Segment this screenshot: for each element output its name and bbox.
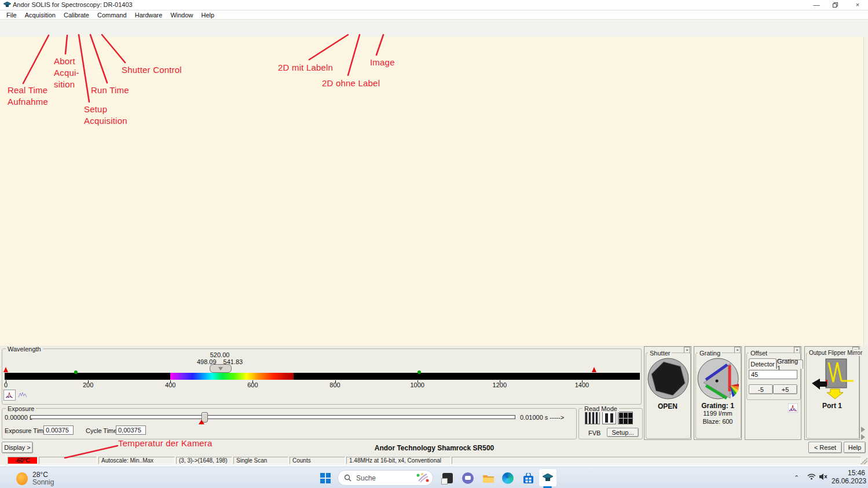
scrollbar[interactable]: [863, 36, 868, 346]
fvb-mode-icon[interactable]: [585, 412, 600, 424]
search-highlight-icon: [415, 472, 429, 484]
menu-file[interactable]: File: [2, 12, 21, 19]
cycle-time-field[interactable]: 0,00375: [116, 425, 146, 435]
spectrum-mode-button[interactable]: [3, 390, 16, 401]
taskbar-app-edge[interactable]: [501, 472, 514, 485]
weather-desc: Sonnig: [32, 478, 54, 486]
chat-icon: [462, 472, 474, 484]
status-temp: -60°C: [8, 457, 38, 464]
exposure-time-field[interactable]: 0.00375: [43, 425, 74, 435]
shutter-iris-icon: [646, 357, 690, 401]
status-scan: Single Scan: [233, 457, 288, 464]
status-blank2: [452, 457, 861, 464]
status-readout: 1.48MHz at 16-bit, x4, Conventional: [346, 457, 451, 464]
resize-grip[interactable]: [860, 457, 867, 464]
wavelength-tick-label: 1000: [410, 381, 424, 388]
tab-detector[interactable]: Detector: [749, 358, 777, 369]
tray-time: 15:46: [848, 469, 865, 477]
wavelength-tick-label: 1200: [493, 381, 507, 388]
taskbar-app-photos[interactable]: [441, 472, 454, 485]
cycle-time-label: Cycle Time: [86, 427, 117, 434]
search-placeholder: Suche: [356, 474, 376, 482]
offset-title: Offset: [749, 350, 769, 357]
menu-calibrate[interactable]: Calibrate: [60, 12, 93, 19]
wavelength-tick-label: 200: [83, 381, 93, 388]
start-button[interactable]: [320, 472, 331, 485]
weather-temp: 28°C: [32, 471, 48, 479]
wavelength-tick-label: 1400: [575, 381, 589, 388]
grating-lines: 1199 l/mm: [694, 410, 742, 417]
taskbar-app-chat[interactable]: [462, 472, 474, 485]
shutter-title: Shutter: [648, 350, 672, 357]
status-autoscale: Autoscale: Min..Max: [98, 457, 175, 464]
wavelength-spectrum: [170, 373, 294, 380]
wavelength-bar[interactable]: [5, 373, 640, 380]
volume-muted-icon[interactable]: [819, 473, 828, 482]
menu-bar: FileAcquisitionCalibrateCommandHardwareW…: [0, 10, 868, 20]
exposure-group-label: Exposure: [6, 405, 36, 412]
offset-minus-button[interactable]: -5: [749, 384, 773, 394]
multi-track-mode-icon[interactable]: [602, 412, 616, 424]
read-mode-value: FVB: [588, 430, 600, 436]
clock-widget[interactable]: 15:46 26.06.2023: [832, 469, 865, 485]
exposure-start-label: 0.00000 s: [5, 414, 32, 421]
minimize-icon[interactable]: —: [808, 1, 825, 9]
menu-window[interactable]: Window: [166, 12, 197, 19]
cursor-triangle-icon: [218, 367, 223, 370]
close-icon[interactable]: ×: [849, 1, 866, 9]
windows-logo-icon: [320, 472, 331, 484]
spectrum-peak-icon: [5, 391, 14, 399]
search-icon: [344, 474, 351, 482]
store-icon: [523, 473, 534, 484]
device-name: Andor Technology Shamrock SR500: [318, 444, 550, 452]
taskbar-app-store[interactable]: [522, 472, 534, 485]
read-mode-setup-button[interactable]: Setup...: [607, 428, 639, 437]
title-bar: Andor SOLIS for Spectroscopy: DR-01403 —…: [0, 0, 868, 10]
status-counts: Counts: [290, 457, 345, 464]
exposure-slider-track[interactable]: [30, 415, 515, 419]
flipper-mirror-icon: [810, 358, 856, 399]
menu-acquisition[interactable]: Acquisition: [21, 12, 60, 19]
wavelength-cursor-handle[interactable]: [210, 364, 232, 373]
restore-icon[interactable]: [827, 1, 844, 9]
shutter-status: OPEN: [644, 402, 691, 410]
wifi-icon[interactable]: [807, 473, 816, 482]
menu-help[interactable]: Help: [197, 12, 219, 19]
cursor-value: 520.00: [210, 351, 230, 358]
overlay-mode-button[interactable]: [17, 390, 28, 399]
photos-icon: [442, 473, 453, 483]
menu-hardware[interactable]: Hardware: [131, 12, 167, 19]
sun-icon: [16, 472, 28, 485]
panel-scroll-right-icon[interactable]: [861, 427, 865, 432]
tray-chevron-icon[interactable]: ⌃: [794, 474, 799, 482]
exposure-time-label: Exposure Time: [5, 427, 47, 434]
taskbar-search[interactable]: Suche: [338, 470, 433, 486]
display-button[interactable]: Display >: [2, 442, 33, 453]
main-workspace: [0, 36, 868, 346]
offset-plus-button[interactable]: +5: [773, 384, 797, 394]
grating-title: Grating: [698, 350, 722, 357]
read-mode-group-label: Read Mode: [583, 405, 619, 412]
exposure-end-label: 0.01000 s ----->: [520, 414, 564, 421]
menu-command[interactable]: Command: [93, 12, 131, 19]
tab-grating-1[interactable]: Grating 1: [777, 359, 803, 369]
limit-marker-icon: [592, 367, 596, 372]
exposure-group: [2, 408, 577, 439]
status-blank1: [39, 457, 97, 464]
panel-scroll-right2-icon[interactable]: [861, 434, 865, 440]
weather-widget[interactable]: 28°C Sonnig: [16, 471, 132, 486]
grating-turret-icon: [696, 357, 740, 401]
grating-number: Grating: 1: [694, 402, 742, 410]
andor-solis-icon: [543, 474, 553, 482]
app-icon: [3, 2, 11, 8]
taskbar-app-explorer[interactable]: [482, 472, 495, 485]
edge-icon: [502, 472, 514, 484]
offset-value-field[interactable]: 45: [749, 370, 797, 379]
taskbar: 28°C Sonnig: [0, 467, 868, 488]
reset-button[interactable]: < Reset: [808, 442, 842, 453]
help-button[interactable]: Help: [844, 442, 866, 453]
offset-spectrum-icon: [788, 403, 798, 413]
taskbar-app-andor-active[interactable]: [539, 468, 557, 487]
image-mode-icon[interactable]: [618, 412, 633, 424]
flipper-title: Output Flipper Mirror: [807, 350, 864, 356]
